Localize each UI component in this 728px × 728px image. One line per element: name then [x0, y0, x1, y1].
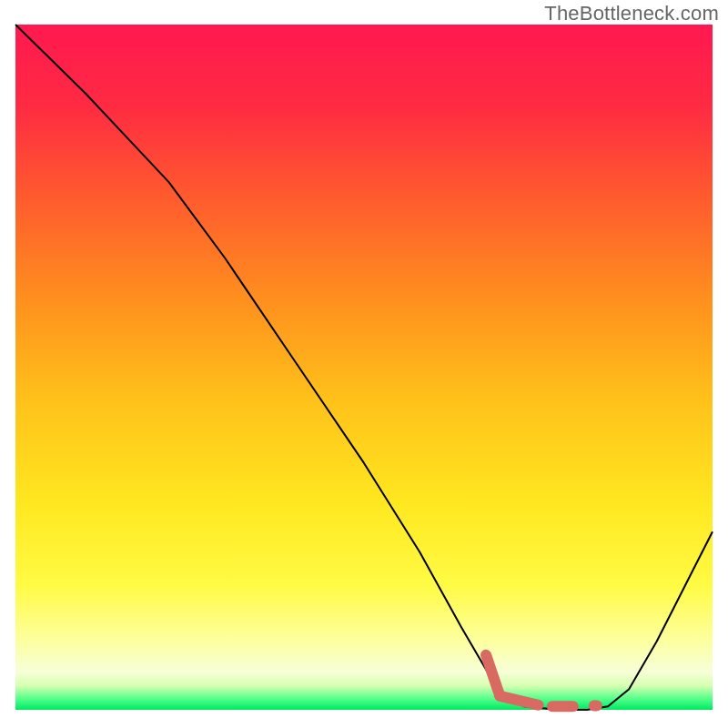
- watermark-text: TheBottleneck.com: [544, 2, 719, 25]
- chart-background: [15, 25, 713, 710]
- bottleneck-chart: [0, 0, 728, 728]
